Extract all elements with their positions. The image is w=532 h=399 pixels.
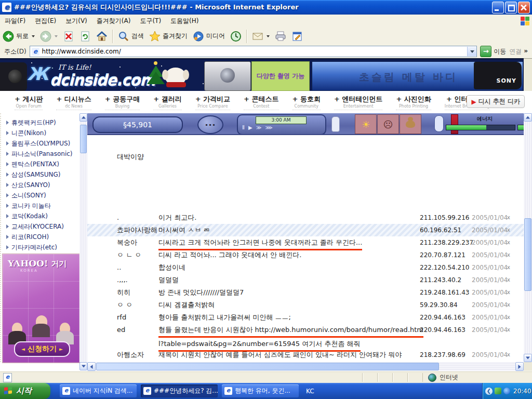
sidebar-item-konica-minolta[interactable]: 코니카 미놀타 [1, 201, 81, 211]
comment-ip: 211.243.40.2 [420, 274, 461, 286]
comment-delete-button[interactable]: x [507, 274, 510, 286]
sidebar-item-sanyo[interactable]: 산요(SANYO) [1, 180, 81, 190]
print-button[interactable] [272, 30, 289, 43]
media-button[interactable]: 미디어 [190, 30, 228, 43]
comment-delete-button[interactable]: x [507, 211, 510, 224]
nav-price-compare[interactable]: + 가격비교 Price Compare [195, 95, 230, 110]
comment-delete-button[interactable]: x [507, 324, 510, 336]
sony-brand-label: SONY [497, 77, 516, 84]
stop-button[interactable] [60, 30, 77, 43]
nav-photo-printing[interactable]: + 사진인화 Photo Printing [396, 95, 431, 110]
yahoo-ad[interactable]: YAHOO! 거기 KOREA ◄ 신청하기 ► [2, 254, 80, 363]
comment-delete-button[interactable]: x [507, 349, 510, 361]
tray-app-icon[interactable] [503, 388, 510, 394]
sidebar-scroll-thumb[interactable] [80, 125, 87, 153]
comment-text-with-link[interactable]: 형들 올렸는데 반응이 시원찮아 http://web.humoruniv.co… [158, 324, 423, 352]
scroll-down-button[interactable] [524, 354, 532, 362]
menu-favorites[interactable]: 즐겨찾기(A) [92, 15, 136, 28]
sidebar-item-ricoh[interactable]: 리코(RICOH) [1, 232, 81, 242]
sidebar-item-olympus[interactable]: 올림푸스(OLYMPUS) [1, 138, 81, 149]
ime-language-label[interactable]: KC [306, 388, 314, 395]
minimize-icon [495, 9, 499, 11]
dc-recommend-button[interactable]: ▶ 디시 추천 디카 [467, 95, 525, 108]
go-button[interactable]: → 이동 [480, 46, 506, 57]
links-overflow-icon[interactable]: » [524, 47, 528, 56]
sidebar-item-kodak[interactable]: 코닥(Kodak) [1, 211, 81, 221]
nav-gallery[interactable]: + 갤러리 Galleries [153, 95, 181, 110]
forward-button[interactable] [37, 30, 60, 43]
scroll-right-button[interactable] [515, 362, 524, 371]
comment-row: ㅇ ㄴ ㅇ 디씨 라고 적어놔... 그래야 웃대에서 안 배낀다. 220.7… [87, 249, 524, 261]
scroll-up-button[interactable] [524, 113, 532, 122]
comment-delete-button[interactable]: x [507, 286, 510, 299]
camera-ad-text[interactable]: 다양한 촬영 가능 [251, 61, 310, 91]
main-vertical-scrollbar[interactable] [524, 113, 532, 362]
sidebar-item-panasonic[interactable]: 파나소닉(Panasonic) [1, 149, 81, 159]
address-dropdown-icon[interactable] [467, 47, 476, 56]
dcinside-banner[interactable]: Ж IT is Life! dcinside.com 다양한 촬영 가능 초슬림… [0, 58, 524, 92]
taskbar-clock: 20:40 [513, 388, 531, 395]
start-button[interactable]: 시작 [0, 383, 50, 399]
minimize-button[interactable] [492, 2, 504, 14]
search-button[interactable]: 검색 [115, 30, 147, 43]
history-button[interactable] [228, 30, 244, 43]
menu-help[interactable]: 도움말(H) [166, 15, 203, 28]
sidebar-scroll-down-zone[interactable] [79, 362, 87, 371]
comment-delete-button[interactable]: x [507, 261, 510, 274]
comment-date: 2005/01/04 [472, 236, 508, 249]
address-label: 주소(D) [0, 47, 30, 56]
comment-delete-button[interactable]: x [507, 249, 510, 261]
nav-community[interactable]: + 동호회 Community [292, 95, 321, 110]
restore-button[interactable] [505, 2, 517, 14]
sidebar-item-hp[interactable]: 휴렛팩커드(HP) [1, 117, 81, 128]
close-button[interactable] [518, 2, 530, 14]
taskbar-window-humor[interactable]: e 행복한 유머, 웃긴... [222, 384, 299, 397]
menu-file[interactable]: 파일(F) [0, 15, 30, 28]
taskbar-window-naver[interactable]: e 네이버 지식iN 검색... [60, 384, 137, 397]
sidebar-item-samsung[interactable]: 삼성(SAMSUNG) [1, 169, 81, 180]
comment-delete-button[interactable]: x [507, 311, 510, 324]
nav-entertainment[interactable]: + 엔터테인먼트 Entertainment [334, 95, 382, 110]
comment-delete-button[interactable]: x [507, 236, 510, 249]
sidebar-item-etc[interactable]: 기타카메라(etc) [1, 242, 81, 252]
address-input[interactable] [41, 47, 468, 56]
sims-game-banner[interactable]: §45,901 ... 3:00 AM Ⅱ ▶ ≫ ⋙ ☀ ☹ 에너지 환경 [87, 113, 524, 135]
nav-contest[interactable]: + 콘테스트 Contest [244, 95, 278, 110]
mail-button[interactable] [249, 30, 272, 43]
sony-ad-banner[interactable]: 초슬림 메탈 바디 SONY [312, 61, 523, 91]
menu-tools[interactable]: 도구(T) [135, 15, 166, 28]
taskbar-window-dcinside-active[interactable]: e ###안녕하세요? 김... [141, 384, 218, 397]
address-field-box: e [30, 46, 477, 57]
nav-board[interactable]: + 게시판 Open Forum [15, 95, 43, 110]
sidebar-scroll-up-button[interactable] [79, 113, 87, 122]
horizontal-scroll-thumb[interactable] [96, 363, 439, 370]
comment-delete-button[interactable]: x [507, 224, 510, 236]
nav-dcnews[interactable]: + 디시뉴스 dc News [56, 95, 91, 110]
sidebar-item-sony[interactable]: 소니(SONY) [1, 190, 81, 201]
edit-button[interactable] [289, 30, 305, 43]
commenter-name: 복숭아 [117, 236, 157, 249]
refresh-button[interactable] [77, 30, 94, 43]
back-dropdown-icon[interactable] [32, 35, 35, 37]
sidebar-scroll-down-button[interactable] [79, 362, 87, 370]
links-label[interactable]: 연결 » [509, 47, 532, 56]
main-horizontal-scrollbar[interactable] [87, 362, 524, 371]
media-icon [193, 31, 204, 42]
menu-edit[interactable]: 편집(E) [30, 15, 61, 28]
sidebar-item-kyocera[interactable]: 교세라(KYOCERA) [1, 221, 81, 232]
back-button[interactable]: 뒤로 [0, 30, 37, 43]
tray-app-icon[interactable] [495, 388, 501, 394]
home-button[interactable] [94, 30, 110, 43]
scroll-left-button[interactable] [87, 362, 96, 371]
scroll-thumb[interactable] [524, 218, 531, 291]
comment-delete-button[interactable]: x [507, 299, 510, 311]
sidebar-item-pentax[interactable]: 펜탁스(PENTAX) [1, 159, 81, 169]
mail-dropdown-icon[interactable] [267, 35, 270, 37]
yahoo-apply-button[interactable]: ◄ 신청하기 ► [14, 341, 70, 357]
tray-chevron-icon[interactable]: ❮ [485, 388, 493, 395]
sidebar-item-nikon[interactable]: 니콘(Nikon) [1, 128, 81, 138]
favorites-button[interactable]: 즐겨찾기 [147, 30, 190, 43]
sidebar-scrollbar[interactable] [79, 113, 87, 362]
nav-groupbuy[interactable]: + 공동구매 Buying [105, 95, 140, 110]
menu-view[interactable]: 보기(V) [61, 15, 92, 28]
